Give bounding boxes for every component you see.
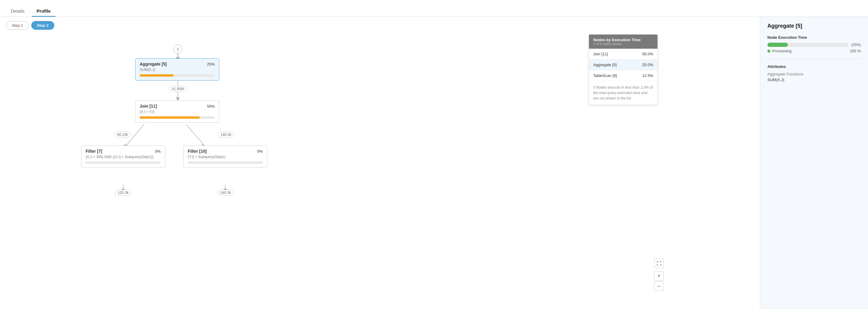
filter-right-title: Filter [10] bbox=[188, 149, 207, 153]
zoom-out-button[interactable]: − bbox=[654, 281, 664, 291]
detail-legend-dot bbox=[767, 50, 770, 53]
exec-row-tablescan[interactable]: TableScan [8] 12.5% bbox=[589, 71, 657, 81]
step-buttons: Step 1 Step 2 bbox=[6, 21, 54, 30]
tab-bar: Details Profile bbox=[0, 0, 868, 17]
exec-panel-note: 5 Nodes execute in less than 1.0% of the… bbox=[589, 81, 657, 105]
svg-line-7 bbox=[186, 124, 204, 145]
zoom-controls: + − bbox=[654, 258, 664, 291]
detail-panel-title: Aggregate [5] bbox=[767, 23, 861, 29]
filter-right-pct: 0% bbox=[257, 149, 263, 153]
tab-details[interactable]: Details bbox=[6, 6, 29, 17]
detail-legend-label: Processing bbox=[772, 49, 792, 53]
aggregate-node-title: Aggregate [5] bbox=[140, 62, 167, 66]
filter-left-subtitle: (X.J > 300) AND ((X.I) < Subquery(Step1)… bbox=[86, 155, 161, 159]
detail-attr-name: Aggregate Functions bbox=[767, 72, 861, 76]
filter-left-bar bbox=[86, 161, 161, 164]
edge-label-join-right: 140.3k bbox=[218, 132, 234, 138]
detail-attr-val: SUM(X.J) bbox=[767, 78, 861, 82]
detail-bar-fill bbox=[767, 43, 788, 47]
filter-right-bar bbox=[188, 161, 263, 164]
detail-legend-val: 100 % bbox=[850, 49, 861, 53]
detail-divider bbox=[767, 59, 861, 59]
tab-profile[interactable]: Profile bbox=[32, 6, 56, 17]
edge-label-agg-join: 41.95M bbox=[169, 86, 187, 92]
join-node-title: Join [11] bbox=[140, 104, 157, 109]
edge-label-filter-right-bottom: 140.3k bbox=[217, 190, 234, 196]
detail-panel: Aggregate [5] Node Execution Time (25%) … bbox=[760, 17, 868, 309]
edge-label-join-left: 60.13k bbox=[115, 132, 131, 138]
detail-bar-track bbox=[767, 43, 849, 47]
exec-panel-title: Nodes by Execution Time bbox=[593, 37, 641, 42]
exec-panel: Nodes by Execution Time 3 of 8 nodes sho… bbox=[589, 34, 658, 105]
detail-attributes-label: Attributes bbox=[767, 64, 861, 69]
canvas-area: Step 1 Step 2 bbox=[0, 17, 760, 309]
detail-legend-row: Processing 100 % bbox=[767, 49, 861, 53]
filter-left-pct: 0% bbox=[155, 149, 161, 153]
filter-left-title: Filter [7] bbox=[86, 149, 102, 153]
step2-button[interactable]: Step 2 bbox=[31, 21, 54, 30]
join-node[interactable]: Join [11] 50% (X.I = Y.I) bbox=[135, 101, 219, 123]
join-node-pct: 50% bbox=[207, 104, 215, 109]
aggregate-node[interactable]: Aggregate [5] 25% SUM(X.J) bbox=[135, 58, 219, 81]
start-node: 1 bbox=[173, 45, 182, 54]
main-content: Step 1 Step 2 bbox=[0, 17, 868, 309]
exec-row-aggregate[interactable]: Aggregate [5] 25.0% bbox=[589, 59, 657, 71]
step1-button[interactable]: Step 1 bbox=[6, 21, 29, 30]
exec-row-join[interactable]: Join [11] 50.0% bbox=[589, 49, 657, 59]
detail-bar-row: (25%) bbox=[767, 43, 861, 47]
filter-right-subtitle: (Y.I) < Subquery(Step1) bbox=[188, 155, 263, 159]
detail-bar-pct-label: (25%) bbox=[851, 43, 861, 47]
filter-right-node[interactable]: Filter [10] 0% (Y.I) < Subquery(Step1) bbox=[183, 145, 267, 168]
zoom-in-button[interactable]: + bbox=[654, 271, 664, 281]
exec-panel-subtitle: 3 of 8 nodes shown bbox=[593, 42, 641, 46]
join-node-bar bbox=[140, 116, 215, 119]
edge-label-filter-left-bottom: 120.3k bbox=[115, 190, 131, 196]
aggregate-node-bar bbox=[140, 74, 215, 77]
join-node-subtitle: (X.I = Y.I) bbox=[140, 110, 215, 114]
detail-execution-label: Node Execution Time bbox=[767, 35, 861, 40]
filter-left-node[interactable]: Filter [7] 0% (X.J > 300) AND ((X.I) < S… bbox=[81, 145, 165, 168]
aggregate-node-pct: 25% bbox=[207, 62, 215, 66]
fullscreen-button[interactable] bbox=[654, 258, 664, 268]
aggregate-node-subtitle: SUM(X.J) bbox=[140, 67, 215, 72]
